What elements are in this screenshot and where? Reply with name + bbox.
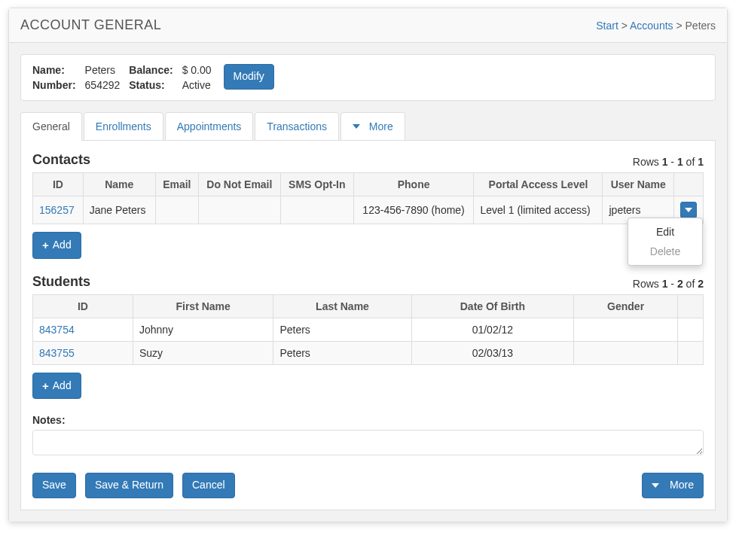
account-summary: Name: Peters Balance: $ 0.00 Number: 654… xyxy=(20,54,716,101)
notes-label: Notes: xyxy=(32,414,704,426)
value-number: 654292 xyxy=(85,79,121,91)
col-name: Name xyxy=(83,173,155,196)
table-row: 156257 Jane Peters 123-456-7890 (home) L… xyxy=(33,196,704,224)
label-status: Status: xyxy=(129,79,173,91)
col-sms: SMS Opt-In xyxy=(280,173,353,196)
contact-id-link[interactable]: 156257 xyxy=(39,204,75,216)
tab-more[interactable]: More xyxy=(341,112,405,141)
col-actions xyxy=(678,294,704,318)
value-status: Active xyxy=(182,79,212,91)
contacts-table: ID Name Email Do Not Email SMS Opt-In Ph… xyxy=(32,172,704,224)
page-title: ACCOUNT GENERAL xyxy=(20,17,161,33)
breadcrumb-accounts[interactable]: Accounts xyxy=(630,20,673,32)
breadcrumb-current: Peters xyxy=(686,20,716,32)
panel-body: Name: Peters Balance: $ 0.00 Number: 654… xyxy=(9,43,727,522)
modify-button[interactable]: Modify xyxy=(224,64,274,90)
account-panel: ACCOUNT GENERAL Start > Accounts > Peter… xyxy=(8,8,728,522)
chevron-down-icon xyxy=(353,124,360,129)
students-head: Students Rows 1 - 2 of 2 xyxy=(32,274,704,290)
chevron-down-icon xyxy=(652,483,659,488)
col-dne: Do Not Email xyxy=(198,173,280,196)
student-id-link[interactable]: 843754 xyxy=(39,324,75,336)
add-contact-button[interactable]: Add xyxy=(32,232,81,259)
action-edit[interactable]: Edit xyxy=(628,222,702,242)
cancel-button[interactable]: Cancel xyxy=(182,473,235,498)
notes-textarea[interactable] xyxy=(32,430,704,455)
tab-transactions[interactable]: Transactions xyxy=(255,112,339,141)
col-portal: Portal Access Level xyxy=(474,173,603,196)
students-title: Students xyxy=(32,274,90,290)
breadcrumb: Start > Accounts > Peters xyxy=(596,20,716,32)
breadcrumb-start[interactable]: Start xyxy=(596,20,618,32)
more-button[interactable]: More xyxy=(642,473,704,498)
col-first: First Name xyxy=(133,294,273,318)
col-last: Last Name xyxy=(273,294,411,318)
label-number: Number: xyxy=(32,79,76,91)
col-phone: Phone xyxy=(353,173,474,196)
plus-icon xyxy=(42,378,49,394)
students-rows-info: Rows 1 - 2 of 2 xyxy=(633,278,704,290)
add-student-button[interactable]: Add xyxy=(32,373,81,400)
panel-header: ACCOUNT GENERAL Start > Accounts > Peter… xyxy=(9,8,727,43)
col-id: ID xyxy=(33,294,133,318)
col-user: User Name xyxy=(603,173,674,196)
col-id: ID xyxy=(33,173,84,196)
row-actions-menu: Edit Delete xyxy=(628,218,703,266)
row-actions-toggle[interactable] xyxy=(680,202,697,218)
contacts-title: Contacts xyxy=(32,152,90,168)
tab-content: Contacts Rows 1 - 1 of 1 ID Name Email D… xyxy=(20,141,716,510)
value-balance: $ 0.00 xyxy=(182,64,212,76)
plus-icon xyxy=(42,237,49,254)
value-name: Peters xyxy=(85,64,121,76)
footer-actions: Save Save & Return Cancel More xyxy=(32,473,704,498)
students-table: ID First Name Last Name Date Of Birth Ge… xyxy=(32,294,704,365)
tab-general[interactable]: General xyxy=(20,112,82,141)
tab-enrollments[interactable]: Enrollments xyxy=(84,112,163,141)
contacts-head: Contacts Rows 1 - 1 of 1 xyxy=(32,152,704,168)
table-row: 843754 Johnny Peters 01/02/12 xyxy=(33,318,704,341)
contacts-rows-info: Rows 1 - 1 of 1 xyxy=(633,156,704,168)
col-gender: Gender xyxy=(574,294,678,318)
label-balance: Balance: xyxy=(129,64,173,76)
label-name: Name: xyxy=(32,64,76,76)
col-email: Email xyxy=(155,173,198,196)
save-return-button[interactable]: Save & Return xyxy=(85,473,173,498)
table-row: 843755 Suzy Peters 02/03/13 xyxy=(33,341,704,364)
save-button[interactable]: Save xyxy=(32,473,76,498)
tabs: General Enrollments Appointments Transac… xyxy=(20,112,716,141)
col-actions xyxy=(674,173,704,196)
chevron-down-icon xyxy=(685,208,692,212)
col-dob: Date Of Birth xyxy=(411,294,574,318)
student-id-link[interactable]: 843755 xyxy=(39,347,75,359)
action-delete[interactable]: Delete xyxy=(628,242,702,261)
tab-appointments[interactable]: Appointments xyxy=(165,112,254,141)
